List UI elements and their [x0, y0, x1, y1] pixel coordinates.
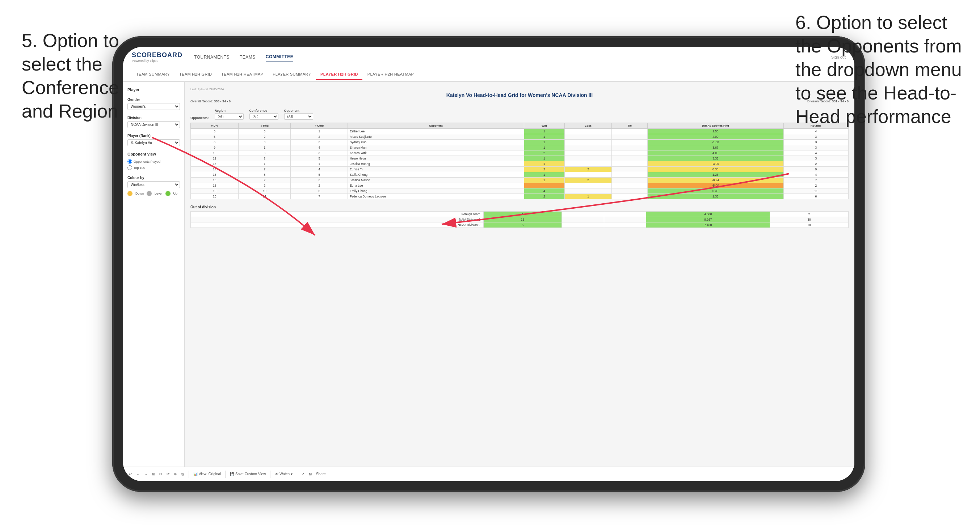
toolbar-sep-1 — [189, 471, 189, 478]
col-conf: # Conf — [291, 123, 348, 129]
opponent-filter-group: Opponent (All) — [284, 109, 313, 120]
toolbar-back[interactable]: ← — [136, 472, 140, 476]
tab-team-h2h-grid[interactable]: TEAM H2H GRID — [175, 69, 216, 79]
table-row: 6 3 3 Sydney Kuo 1 -1.00 3 — [191, 140, 849, 145]
table-row: 14 7 4 Eunice Yi 2 2 0.38 9 — [191, 167, 849, 172]
out-of-division-title: Out of division — [191, 205, 849, 209]
region-filter-group: Region (All) — [215, 109, 243, 120]
report-title: Katelyn Vo Head-to-Head Grid for Women's… — [191, 92, 849, 98]
opponents-filter-group: Opponents: — [191, 116, 209, 120]
app-container: SCOREBOARD Powered by clippd TOURNAMENTS… — [123, 47, 854, 481]
col-tie: Tie — [612, 123, 648, 129]
toolbar-view-original[interactable]: 📊 View: Original — [193, 472, 221, 476]
conference-filter-select[interactable]: (All) — [250, 113, 278, 120]
table-row: 5 2 2 Alexis Sudjianto 1 4.00 3 — [191, 134, 849, 140]
table-row: 13 1 1 Jessica Huang 1 -3.00 2 — [191, 161, 849, 167]
toolbar-sep-3 — [270, 471, 270, 478]
opponent-view-radio-group: Opponents Played Top 100 — [127, 159, 180, 170]
table-row: 15 8 5 Stella Cheng 1 1.25 4 — [191, 172, 849, 178]
conference-filter-group: Conference (All) — [250, 109, 278, 120]
annotation-left: 5. Option to select the Conference and R… — [22, 29, 152, 123]
sidebar: Player Gender Women's Division NCAA Divi… — [123, 82, 185, 467]
filter-row: Opponents: Region (All) Conference (All) — [191, 109, 849, 120]
sidebar-colour-section: Colour by Win/loss Down Level Up — [127, 176, 180, 196]
tablet-shell: SCOREBOARD Powered by clippd TOURNAMENTS… — [112, 36, 865, 492]
out-of-division-row: NCAA Division 2 5 7.400 10 — [191, 222, 849, 228]
col-diff: Diff Av Strokes/Rnd — [647, 123, 783, 129]
tab-team-h2h-heatmap[interactable]: TEAM H2H HEATMAP — [217, 69, 267, 79]
col-loss: Loss — [565, 123, 612, 129]
colour-down-label: Down — [135, 192, 144, 195]
toolbar-grid[interactable]: ⊞ — [152, 472, 155, 476]
toolbar-forward[interactable]: → — [144, 472, 148, 476]
colour-by-select[interactable]: Win/loss — [127, 181, 180, 188]
table-row: 3 3 1 Esther Lee 1 1.50 4 — [191, 129, 849, 134]
toolbar-sep-2 — [225, 471, 226, 478]
last-updated: Last Updated: 27/03/2024 — [191, 87, 849, 91]
overall-record-label: Overall Record: 353 - 34 - 6 — [191, 100, 231, 103]
toolbar-refresh[interactable]: ⟳ — [167, 472, 169, 476]
record-row: Overall Record: 353 - 34 - 6 Division Re… — [191, 100, 849, 103]
table-row: 16 2 3 Jessica Mason 1 2 -0.94 7 — [191, 178, 849, 183]
player-rank-select[interactable]: 8. Katelyn Vo — [127, 139, 180, 146]
nav-items: TOURNAMENTS TEAMS COMMITTEE — [194, 53, 831, 62]
sidebar-player-rank-label: Player (Rank) — [127, 134, 180, 138]
sidebar-opponent-view-title: Opponent view — [127, 152, 180, 156]
tab-player-h2h-grid[interactable]: PLAYER H2H GRID — [316, 69, 363, 80]
toolbar-watch[interactable]: 👁 Watch ▾ — [275, 472, 293, 476]
col-reg: # Reg — [239, 123, 291, 129]
sidebar-player-rank-section: Player (Rank) 8. Katelyn Vo — [127, 134, 180, 146]
tab-player-summary[interactable]: PLAYER SUMMARY — [268, 69, 315, 79]
col-opponent: Opponent — [348, 123, 524, 129]
toolbar-export[interactable]: ↗ — [302, 472, 304, 476]
col-div: # Div — [191, 123, 239, 129]
opponent-filter-label: Opponent — [284, 109, 313, 113]
region-filter-label: Region — [215, 109, 243, 113]
table-row: 18 2 2 Euna Lee -5.00 2 — [191, 183, 849, 189]
radio-opponents-played[interactable]: Opponents Played — [127, 159, 180, 164]
col-win: Win — [524, 123, 565, 129]
toolbar-save-custom-view[interactable]: 💾 Save Custom View — [230, 472, 266, 476]
colour-down — [127, 191, 132, 196]
out-of-division-row: Foreign Team 1 4.500 2 — [191, 211, 849, 217]
toolbar-add[interactable]: ⊕ — [174, 472, 177, 476]
out-of-division-row: NAIA Division 1 15 9.267 30 — [191, 217, 849, 222]
toolbar-undo[interactable]: ↩ — [129, 472, 132, 476]
nav-committee[interactable]: COMMITTEE — [266, 53, 294, 62]
table-row: 11 2 5 Heejo Hyun 1 3.33 3 — [191, 156, 849, 161]
out-of-division-table: Foreign Team 1 4.500 2 NAIA Division 1 1… — [191, 211, 849, 228]
colour-level-label: Level — [154, 192, 162, 195]
bottom-toolbar: ↩ ← → ⊞ ✂ ⟳ ⊕ ◷ 📊 View: Original 💾 Save … — [123, 467, 854, 481]
colour-up-label: Up — [173, 192, 178, 195]
sidebar-opponent-view-section: Opponent view Opponents Played Top 100 — [127, 152, 180, 170]
top-nav: SCOREBOARD Powered by clippd TOURNAMENTS… — [123, 47, 854, 67]
nav-teams[interactable]: TEAMS — [240, 53, 256, 61]
tab-player-h2h-heatmap[interactable]: PLAYER H2H HEATMAP — [363, 69, 418, 79]
toolbar-cut[interactable]: ✂ — [159, 472, 162, 476]
conference-filter-label: Conference — [250, 109, 278, 113]
opponents-label: Opponents: — [191, 116, 209, 120]
sub-nav: TEAM SUMMARY TEAM H2H GRID TEAM H2H HEAT… — [123, 67, 854, 82]
table-row: 9 1 4 Sharon Mun 1 3.67 3 — [191, 145, 849, 151]
main-content: Player Gender Women's Division NCAA Divi… — [123, 82, 854, 467]
report-header: Last Updated: 27/03/2024 Katelyn Vo Head… — [191, 87, 849, 106]
radio-top-100[interactable]: Top 100 — [127, 165, 180, 170]
colour-circles: Down Level Up — [127, 191, 180, 196]
content-panel: Last Updated: 27/03/2024 Katelyn Vo Head… — [185, 82, 854, 467]
colour-level — [146, 191, 152, 196]
colour-up — [165, 191, 170, 196]
toolbar-sep-4 — [297, 471, 297, 478]
main-data-table: # Div # Reg # Conf Opponent Win Loss Tie… — [191, 122, 849, 199]
table-row: 19 10 6 Emily Chang 4 0.30 11 — [191, 189, 849, 194]
toolbar-clock[interactable]: ◷ — [181, 472, 184, 476]
sidebar-colour-label: Colour by — [127, 176, 180, 180]
toolbar-layout[interactable]: ⊠ — [309, 472, 312, 476]
region-filter-select[interactable]: (All) — [215, 113, 243, 120]
tablet-screen: SCOREBOARD Powered by clippd TOURNAMENTS… — [123, 47, 854, 481]
annotation-right: 6. Option to select the Opponents from t… — [795, 11, 969, 129]
opponent-filter-select[interactable]: (All) — [284, 113, 313, 120]
table-row: 10 6 3 Andrea York 2 4.00 4 — [191, 151, 849, 156]
toolbar-share[interactable]: Share — [316, 472, 326, 476]
nav-tournaments[interactable]: TOURNAMENTS — [194, 53, 229, 61]
overall-record-value: 353 - 34 - 6 — [214, 100, 231, 103]
